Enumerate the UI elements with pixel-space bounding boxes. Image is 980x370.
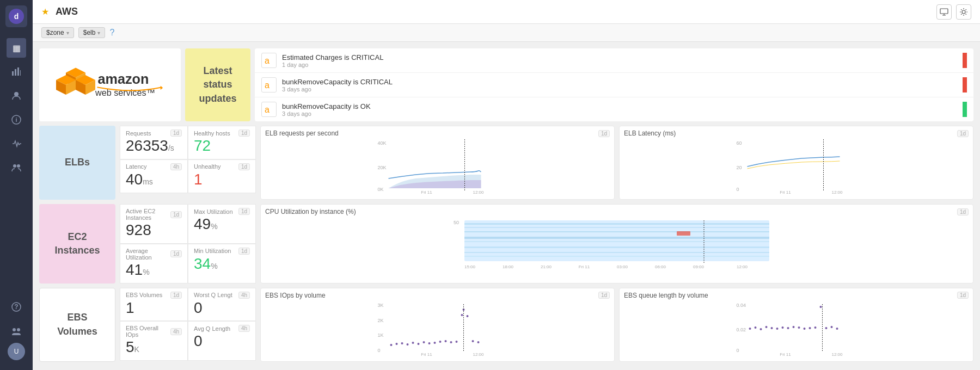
elb-unhealthy-value: 1 [194,171,250,188]
svg-text:3K: 3K [378,303,384,308]
svg-text:Fri 11: Fri 11 [579,264,590,269]
svg-rect-54 [677,231,690,236]
svg-text:?: ? [14,303,18,311]
svg-text:0: 0 [737,187,739,192]
svg-text:09:00: 09:00 [693,264,705,269]
svg-point-85 [477,341,480,343]
filter-help-icon[interactable]: ? [109,28,114,38]
ebs-avgq-tile: Avg Q Length 4h 0 [188,321,256,361]
ebs-metric-row-2: EBS Overall IOps 4h 5K Avg Q Length 4h 0 [120,321,256,361]
alerts-card: a Estimated Charges is CRITICAL 1 day ag… [255,48,973,121]
filter-bar: $zone ▾ $elb ▾ ? [33,24,980,42]
user-avatar[interactable]: U [8,343,25,360]
svg-text:03:00: 03:00 [617,264,628,269]
sidebar-item-people[interactable] [7,321,26,341]
ebs-worstq-tile: Worst Q Lengt 4h 0 [188,288,256,322]
ec2-row: EC2Instances Active EC2 Instances 1d 928… [39,204,973,283]
svg-point-106 [825,327,828,329]
svg-point-74 [423,341,425,343]
sidebar-item-metrics[interactable] [7,62,26,82]
elb-latency-label: Latency 4h [126,163,182,170]
svg-point-80 [456,341,458,343]
svg-rect-47 [464,227,769,228]
alert-title-2: bunkRemoveCapacity is CRITICAL [282,78,957,86]
elb-latency-chart-title: ELB Latency (ms) [624,130,676,137]
ec2-metric-row-2: Average Utilization 1d 41% Min Utilizati… [120,244,256,283]
svg-text:0K: 0K [378,187,384,192]
ebs-worstq-label: Worst Q Lengt 4h [194,292,250,299]
svg-point-99 [787,327,789,329]
svg-text:12:00: 12:00 [831,352,843,356]
sidebar-item-info[interactable]: i [7,110,26,130]
elb-requests-chart-svg: 40K 20K 0K [265,139,610,194]
svg-rect-53 [464,256,769,257]
elb-latency-chart-badge: 1d [957,130,969,137]
svg-text:Fri 11: Fri 11 [421,352,432,356]
elb-charts: ELB requests per second 1d 40K 20K 0K [260,126,973,200]
alert-title-3: bunkRemoveCapacity is OK [282,102,957,110]
svg-marker-28 [161,86,163,90]
sidebar-item-dashboard[interactable]: ▦ [7,38,26,58]
ec2-active-value: 928 [126,222,182,239]
ec2-minutil-tile: Min Utilization 1d 34% [188,244,256,283]
svg-point-84 [472,340,474,342]
elb-filter[interactable]: $elb ▾ [78,27,106,38]
status-updates-card: Lateststatusupdates [185,48,250,121]
svg-text:d: d [14,12,19,21]
sidebar-item-users[interactable] [7,86,26,106]
svg-point-72 [412,342,414,344]
ec2-maxutil-value: 49% [194,216,250,233]
ec2-cpu-chart-title: CPU Utilization by instance (%) [265,208,356,215]
svg-point-75 [428,342,431,344]
elb-metric-row-2: Latency 4h 40ms Unhealthy 1d 1 [120,159,256,193]
elb-row: ELBs Requests 1d 26353/s [39,126,973,200]
svg-point-92 [749,328,751,330]
svg-text:1K: 1K [378,332,384,338]
amazon-icon-1: a [261,53,277,68]
elb-latency-chart: ELB Latency (ms) 1d 60 20 0 Fri 11 [619,126,973,200]
svg-rect-45 [464,220,769,261]
svg-text:40K: 40K [378,140,387,146]
svg-text:Fri 11: Fri 11 [780,352,791,356]
elb-requests-chart: ELB requests per second 1d 40K 20K 0K [260,126,615,200]
sidebar-item-activity[interactable] [7,134,26,153]
sidebar-item-help[interactable]: ? [7,297,26,317]
svg-text:a: a [265,56,270,65]
svg-text:0.02: 0.02 [737,327,746,332]
svg-point-9 [13,164,16,168]
status-text: Lateststatusupdates [199,64,236,106]
sidebar-item-team[interactable] [7,158,26,177]
ebs-overall-tile: EBS Overall IOps 4h 5K [120,321,188,361]
alert-time-2: 3 days ago [282,86,957,92]
ebs-avgq-label: Avg Q Length 4h [194,325,250,332]
svg-point-81 [461,314,463,316]
svg-rect-48 [464,231,769,232]
favorite-star[interactable]: ★ [41,7,49,17]
ebs-row: EBSVolumes EBS Volumes 1d 1 Worst Q Leng… [39,288,973,362]
elb-requests-value: 26353/s [126,138,182,155]
ec2-cpu-chart-svg: 50 [265,218,969,269]
amazon-icon-2: a [261,77,277,92]
ebs-overall-value: 5K [126,339,182,356]
ebs-label: EBSVolumes [39,288,115,362]
svg-text:12:00: 12:00 [473,190,484,194]
ebs-charts: EBS IOps by volume 1d 3K 2K 1K 0 [260,288,973,362]
ec2-maxutil-label: Max Utilization 1d [194,208,250,215]
ebs-worstq-value: 0 [194,300,250,317]
svg-point-70 [401,342,403,344]
svg-point-83 [467,315,469,317]
svg-text:0.04: 0.04 [737,303,746,308]
svg-text:15:00: 15:00 [464,264,476,269]
ebs-queue-chart-title: EBS queue length by volume [624,292,708,299]
settings-button[interactable] [956,4,971,20]
ebs-queue-chart-badge: 1d [957,292,969,299]
svg-rect-5 [20,70,21,76]
svg-text:amazon: amazon [98,71,149,87]
elb-latency-chart-svg: 60 20 0 Fri 11 12:00 [624,139,969,194]
monitor-button[interactable] [936,4,952,20]
ec2-avgutil-value: 41% [126,262,182,279]
zone-filter[interactable]: $zone ▾ [41,27,74,38]
elb-label: ELBs [39,126,115,200]
svg-text:20K: 20K [378,165,387,170]
svg-point-79 [450,341,452,343]
